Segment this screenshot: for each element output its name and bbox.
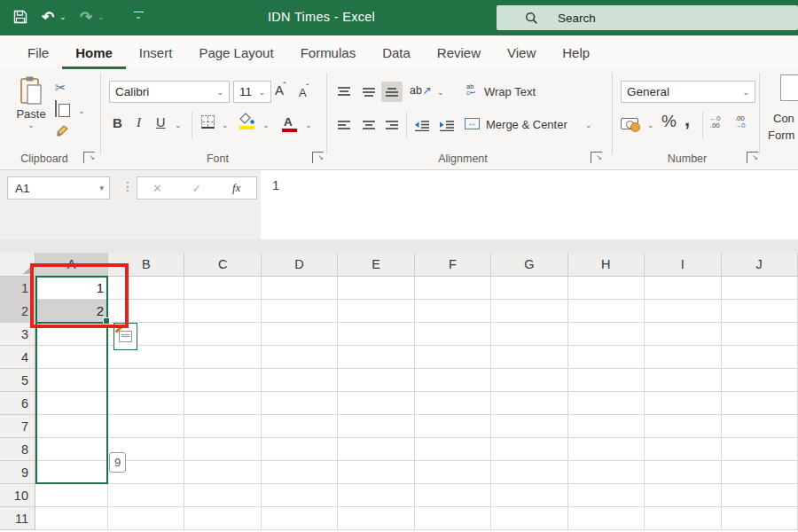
accounting-format-icon[interactable] — [621, 118, 638, 129]
customize-quick-access-icon[interactable]: ⌄ — [133, 12, 144, 20]
cell-D11[interactable] — [262, 507, 338, 530]
tab-view[interactable]: View — [494, 35, 549, 69]
row-header-4[interactable]: 4 — [0, 346, 35, 369]
undo-dropdown-icon[interactable]: ⌄ — [59, 12, 66, 21]
cell-D1[interactable] — [262, 277, 338, 300]
cut-icon[interactable]: ✂ — [55, 80, 66, 96]
cell-G9[interactable] — [491, 461, 567, 484]
tab-insert[interactable]: Insert — [126, 35, 186, 69]
tab-data[interactable]: Data — [369, 35, 424, 69]
cell-I7[interactable] — [645, 415, 721, 438]
cell-G11[interactable] — [491, 507, 567, 530]
cell-G4[interactable] — [491, 346, 567, 369]
row-header-11[interactable]: 11 — [0, 507, 35, 530]
cell-J6[interactable] — [722, 392, 798, 415]
cell-E4[interactable] — [338, 346, 414, 369]
cell-E8[interactable] — [338, 438, 414, 461]
cell-J2[interactable] — [722, 300, 798, 323]
formula-bar-grip-icon[interactable]: ⋮ — [121, 179, 132, 193]
align-top-icon[interactable] — [333, 82, 355, 102]
row-header-8[interactable]: 8 — [0, 438, 35, 461]
column-header-J[interactable]: J — [722, 253, 798, 277]
cell-E9[interactable] — [338, 461, 414, 484]
cell-I3[interactable] — [645, 323, 721, 346]
cell-C4[interactable] — [184, 346, 261, 369]
cell-I2[interactable] — [645, 300, 721, 323]
column-header-I[interactable]: I — [645, 253, 721, 277]
row-header-9[interactable]: 9 — [0, 461, 35, 484]
align-right-icon[interactable] — [381, 115, 403, 136]
cell-C6[interactable] — [184, 392, 261, 415]
align-bottom-icon[interactable] — [381, 82, 403, 102]
row-header-10[interactable]: 10 — [0, 484, 35, 507]
copy-dropdown-icon[interactable]: ⌄ — [78, 106, 85, 115]
cell-J1[interactable] — [722, 277, 798, 300]
increase-decimal-icon[interactable]: ←0.00 — [709, 115, 720, 129]
enter-button[interactable]: ✓ — [177, 182, 217, 195]
cell-B11[interactable] — [108, 507, 184, 530]
cell-D6[interactable] — [262, 392, 338, 415]
merge-center-icon[interactable]: ↔ — [465, 118, 480, 129]
wrap-text-icon[interactable]: abc↩ — [466, 83, 475, 96]
cell-E5[interactable] — [338, 369, 414, 392]
tab-file[interactable]: File — [14, 35, 62, 69]
cell-D5[interactable] — [262, 369, 338, 392]
cell-F9[interactable] — [415, 461, 491, 484]
font-name-select[interactable]: Calibri⌄ — [109, 81, 230, 103]
cell-H1[interactable] — [568, 277, 645, 300]
align-left-icon[interactable] — [333, 115, 355, 136]
cell-B7[interactable] — [108, 415, 184, 438]
cell-E6[interactable] — [338, 392, 414, 415]
cell-E2[interactable] — [338, 300, 414, 323]
cell-F6[interactable] — [415, 392, 491, 415]
percent-style-button[interactable]: % — [661, 112, 677, 131]
comma-style-button[interactable]: , — [685, 108, 690, 131]
tab-formulas[interactable]: Formulas — [287, 35, 370, 69]
redo-button[interactable]: ↷ — [80, 9, 92, 27]
column-header-F[interactable]: F — [415, 253, 491, 277]
tab-help[interactable]: Help — [549, 35, 603, 69]
decrease-decimal-icon[interactable]: .00→0 — [734, 115, 745, 129]
merge-center-button[interactable]: Merge & Center — [486, 118, 567, 131]
cell-E1[interactable] — [338, 277, 414, 300]
cell-F4[interactable] — [415, 346, 491, 369]
paste-dropdown-icon[interactable]: ⌄ — [27, 121, 35, 129]
save-icon[interactable] — [12, 9, 28, 25]
conditional-formatting-icon[interactable] — [780, 74, 798, 101]
cell-C5[interactable] — [184, 369, 261, 392]
cell-C3[interactable] — [184, 323, 261, 346]
cell-B6[interactable] — [108, 392, 184, 415]
name-box-dropdown-icon[interactable]: ▾ — [99, 184, 104, 192]
cell-D2[interactable] — [262, 300, 338, 323]
font-color-dropdown-icon[interactable]: ⌄ — [305, 121, 312, 129]
italic-button[interactable]: I — [137, 115, 141, 130]
cell-I5[interactable] — [645, 369, 721, 392]
cell-E7[interactable] — [338, 415, 414, 438]
cell-G7[interactable] — [491, 415, 567, 438]
cell-G6[interactable] — [491, 392, 567, 415]
cell-J4[interactable] — [722, 346, 798, 369]
name-box[interactable]: A1 ▾ — [7, 176, 110, 200]
formula-input[interactable]: 1 — [261, 170, 798, 239]
cell-H6[interactable] — [568, 392, 645, 415]
font-dialog-launcher[interactable]: ↘ — [312, 152, 324, 163]
cell-J7[interactable] — [722, 415, 798, 438]
cell-C9[interactable] — [184, 461, 261, 484]
column-header-D[interactable]: D — [262, 253, 338, 277]
cell-G2[interactable] — [491, 300, 567, 323]
decrease-indent-icon[interactable] — [411, 115, 433, 136]
cell-D7[interactable] — [262, 415, 338, 438]
cell-J3[interactable] — [722, 323, 798, 346]
cell-D8[interactable] — [262, 438, 338, 461]
row-header-7[interactable]: 7 — [0, 415, 35, 438]
cell-D10[interactable] — [262, 484, 338, 507]
underline-button[interactable]: U — [156, 115, 165, 129]
number-format-select[interactable]: General⌄ — [621, 81, 755, 103]
wrap-text-button[interactable]: Wrap Text — [484, 85, 536, 98]
cell-G5[interactable] — [491, 369, 567, 392]
cell-E10[interactable] — [338, 484, 414, 507]
cell-G3[interactable] — [491, 323, 567, 346]
cell-J8[interactable] — [722, 438, 798, 461]
cell-I10[interactable] — [645, 484, 721, 507]
cell-F3[interactable] — [415, 323, 491, 346]
